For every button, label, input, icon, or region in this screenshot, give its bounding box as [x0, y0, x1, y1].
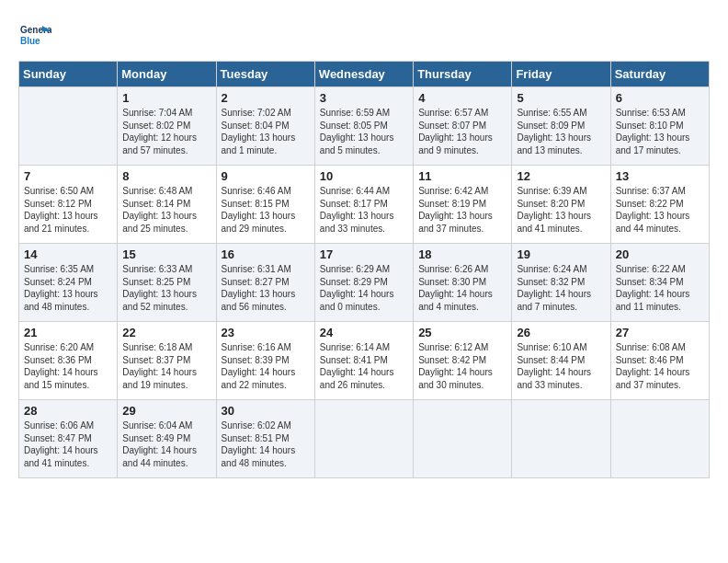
day-number: 14 [24, 247, 112, 261]
day-number: 26 [517, 326, 605, 339]
calendar-cell: 28Sunrise: 6:06 AM Sunset: 8:47 PM Dayli… [19, 400, 118, 478]
calendar-cell: 27Sunrise: 6:08 AM Sunset: 8:46 PM Dayli… [610, 322, 709, 400]
calendar-cell: 18Sunrise: 6:26 AM Sunset: 8:30 PM Dayli… [414, 244, 512, 322]
day-info: Sunrise: 6:18 AM Sunset: 8:37 PM Dayligh… [122, 341, 210, 391]
day-number: 18 [418, 247, 506, 261]
day-info: Sunrise: 6:55 AM Sunset: 8:09 PM Dayligh… [517, 107, 605, 156]
calendar-cell: 5Sunrise: 6:55 AM Sunset: 8:09 PM Daylig… [512, 87, 610, 166]
calendar-cell: 20Sunrise: 6:22 AM Sunset: 8:34 PM Dayli… [610, 244, 709, 322]
day-info: Sunrise: 6:48 AM Sunset: 8:14 PM Dayligh… [122, 185, 210, 235]
calendar-cell: 15Sunrise: 6:33 AM Sunset: 8:25 PM Dayli… [118, 244, 216, 322]
calendar-cell: 26Sunrise: 6:10 AM Sunset: 8:44 PM Dayli… [512, 322, 610, 400]
day-header-saturday: Saturday [610, 62, 709, 87]
day-info: Sunrise: 6:04 AM Sunset: 8:49 PM Dayligh… [122, 419, 210, 469]
day-number: 17 [320, 247, 408, 261]
day-info: Sunrise: 6:22 AM Sunset: 8:34 PM Dayligh… [616, 263, 704, 313]
calendar-cell: 7Sunrise: 6:50 AM Sunset: 8:12 PM Daylig… [19, 166, 118, 244]
calendar-cell: 4Sunrise: 6:57 AM Sunset: 8:07 PM Daylig… [414, 87, 512, 166]
day-info: Sunrise: 6:24 AM Sunset: 8:32 PM Dayligh… [517, 263, 605, 313]
day-info: Sunrise: 6:26 AM Sunset: 8:30 PM Dayligh… [418, 263, 506, 313]
day-info: Sunrise: 6:50 AM Sunset: 8:12 PM Dayligh… [24, 185, 112, 235]
day-number: 7 [24, 169, 112, 183]
week-row-1: 1Sunrise: 7:04 AM Sunset: 8:02 PM Daylig… [19, 87, 710, 166]
week-row-4: 21Sunrise: 6:20 AM Sunset: 8:36 PM Dayli… [19, 322, 710, 400]
calendar-cell: 3Sunrise: 6:59 AM Sunset: 8:05 PM Daylig… [314, 87, 413, 166]
logo: General Blue [18, 18, 55, 52]
day-number: 13 [616, 169, 704, 183]
day-info: Sunrise: 6:08 AM Sunset: 8:46 PM Dayligh… [616, 341, 704, 391]
day-number: 23 [222, 326, 310, 339]
calendar-cell [512, 400, 610, 478]
calendar-cell: 29Sunrise: 6:04 AM Sunset: 8:49 PM Dayli… [118, 400, 216, 478]
day-number: 11 [418, 169, 506, 183]
calendar-cell [19, 87, 118, 166]
calendar-cell: 24Sunrise: 6:14 AM Sunset: 8:41 PM Dayli… [314, 322, 413, 400]
day-number: 19 [517, 247, 605, 261]
calendar-cell: 14Sunrise: 6:35 AM Sunset: 8:24 PM Dayli… [19, 244, 118, 322]
day-info: Sunrise: 7:02 AM Sunset: 8:04 PM Dayligh… [222, 107, 310, 156]
calendar-cell: 30Sunrise: 6:02 AM Sunset: 8:51 PM Dayli… [216, 400, 314, 478]
calendar-cell: 8Sunrise: 6:48 AM Sunset: 8:14 PM Daylig… [118, 166, 216, 244]
calendar-cell: 21Sunrise: 6:20 AM Sunset: 8:36 PM Dayli… [19, 322, 118, 400]
day-info: Sunrise: 6:39 AM Sunset: 8:20 PM Dayligh… [517, 185, 605, 235]
calendar-cell: 11Sunrise: 6:42 AM Sunset: 8:19 PM Dayli… [414, 166, 512, 244]
day-number: 12 [517, 169, 605, 183]
day-header-wednesday: Wednesday [314, 62, 413, 87]
day-number: 20 [616, 247, 704, 261]
logo-icon: General Blue [18, 18, 51, 52]
day-info: Sunrise: 7:04 AM Sunset: 8:02 PM Dayligh… [122, 107, 210, 156]
day-header-friday: Friday [512, 62, 610, 87]
svg-rect-0 [18, 18, 51, 52]
day-number: 28 [24, 404, 112, 418]
calendar-cell: 12Sunrise: 6:39 AM Sunset: 8:20 PM Dayli… [512, 166, 610, 244]
day-header-monday: Monday [118, 62, 216, 87]
calendar-cell: 17Sunrise: 6:29 AM Sunset: 8:29 PM Dayli… [314, 244, 413, 322]
calendar-table: SundayMondayTuesdayWednesdayThursdayFrid… [18, 61, 710, 478]
calendar-cell [610, 400, 709, 478]
calendar-cell: 2Sunrise: 7:02 AM Sunset: 8:04 PM Daylig… [216, 87, 314, 166]
day-info: Sunrise: 6:14 AM Sunset: 8:41 PM Dayligh… [320, 341, 408, 391]
day-info: Sunrise: 6:59 AM Sunset: 8:05 PM Dayligh… [320, 107, 408, 156]
day-number: 9 [222, 169, 310, 183]
day-number: 10 [320, 169, 408, 183]
day-number: 3 [320, 91, 408, 105]
day-header-sunday: Sunday [19, 62, 118, 87]
day-header-thursday: Thursday [414, 62, 512, 87]
calendar-cell: 10Sunrise: 6:44 AM Sunset: 8:17 PM Dayli… [314, 166, 413, 244]
calendar-cell: 22Sunrise: 6:18 AM Sunset: 8:37 PM Dayli… [118, 322, 216, 400]
day-info: Sunrise: 6:31 AM Sunset: 8:27 PM Dayligh… [222, 263, 310, 313]
day-info: Sunrise: 6:16 AM Sunset: 8:39 PM Dayligh… [222, 341, 310, 391]
day-number: 29 [122, 404, 210, 418]
day-number: 30 [222, 404, 310, 418]
day-number: 21 [24, 326, 112, 339]
day-number: 4 [418, 91, 506, 105]
calendar-cell: 9Sunrise: 6:46 AM Sunset: 8:15 PM Daylig… [216, 166, 314, 244]
calendar-cell: 6Sunrise: 6:53 AM Sunset: 8:10 PM Daylig… [610, 87, 709, 166]
day-info: Sunrise: 6:20 AM Sunset: 8:36 PM Dayligh… [24, 341, 112, 391]
day-info: Sunrise: 6:12 AM Sunset: 8:42 PM Dayligh… [418, 341, 506, 391]
calendar-cell: 19Sunrise: 6:24 AM Sunset: 8:32 PM Dayli… [512, 244, 610, 322]
week-row-5: 28Sunrise: 6:06 AM Sunset: 8:47 PM Dayli… [19, 400, 710, 478]
day-header-tuesday: Tuesday [216, 62, 314, 87]
day-number: 15 [122, 247, 210, 261]
day-info: Sunrise: 6:57 AM Sunset: 8:07 PM Dayligh… [418, 107, 506, 156]
day-info: Sunrise: 6:35 AM Sunset: 8:24 PM Dayligh… [24, 263, 112, 313]
day-info: Sunrise: 6:33 AM Sunset: 8:25 PM Dayligh… [122, 263, 210, 313]
day-number: 6 [616, 91, 704, 105]
day-number: 22 [122, 326, 210, 339]
page-header: General Blue [18, 18, 710, 52]
day-info: Sunrise: 6:10 AM Sunset: 8:44 PM Dayligh… [517, 341, 605, 391]
day-number: 16 [222, 247, 310, 261]
calendar-cell [414, 400, 512, 478]
day-info: Sunrise: 6:46 AM Sunset: 8:15 PM Dayligh… [222, 185, 310, 235]
calendar-cell [314, 400, 413, 478]
day-number: 8 [122, 169, 210, 183]
day-number: 1 [122, 91, 210, 105]
day-info: Sunrise: 6:53 AM Sunset: 8:10 PM Dayligh… [616, 107, 704, 156]
calendar-cell: 23Sunrise: 6:16 AM Sunset: 8:39 PM Dayli… [216, 322, 314, 400]
calendar-cell: 1Sunrise: 7:04 AM Sunset: 8:02 PM Daylig… [118, 87, 216, 166]
day-info: Sunrise: 6:06 AM Sunset: 8:47 PM Dayligh… [24, 419, 112, 469]
day-number: 24 [320, 326, 408, 339]
day-number: 27 [616, 326, 704, 339]
day-number: 2 [222, 91, 310, 105]
